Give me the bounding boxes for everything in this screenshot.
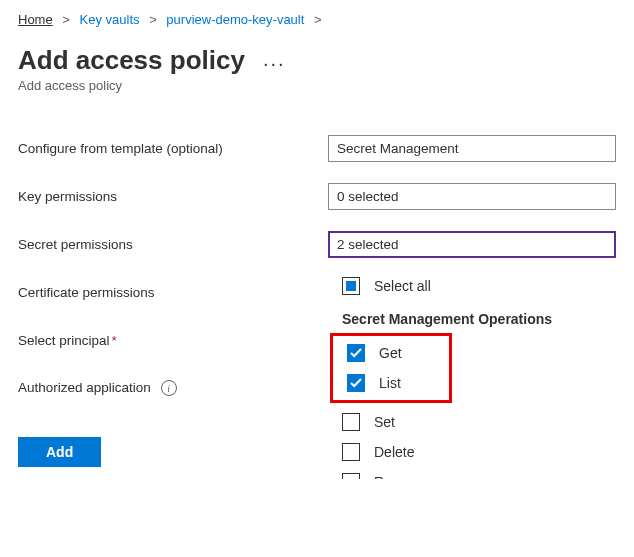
secret-permissions-select[interactable]: 2 selected bbox=[328, 231, 616, 258]
checkbox-unchecked-icon bbox=[342, 443, 360, 461]
option-recover[interactable]: Recover bbox=[328, 467, 634, 479]
option-select-all[interactable]: Select all bbox=[328, 271, 634, 301]
dropdown-group-header: Secret Management Operations bbox=[328, 301, 634, 333]
template-select[interactable]: Secret Management bbox=[328, 135, 616, 162]
option-set[interactable]: Set bbox=[328, 407, 634, 437]
info-icon[interactable]: i bbox=[161, 380, 177, 396]
option-delete[interactable]: Delete bbox=[328, 437, 634, 467]
checkbox-indeterminate-icon bbox=[342, 277, 360, 295]
checkbox-checked-icon bbox=[347, 374, 365, 392]
checkbox-checked-icon bbox=[347, 344, 365, 362]
breadcrumb-home[interactable]: Home bbox=[18, 12, 53, 27]
chevron-right-icon: > bbox=[149, 12, 157, 27]
select-principal-label: Select principal* bbox=[18, 333, 328, 348]
option-list[interactable]: List bbox=[333, 368, 449, 398]
breadcrumb: Home > Key vaults > purview-demo-key-vau… bbox=[18, 12, 616, 27]
key-permissions-select[interactable]: 0 selected bbox=[328, 183, 616, 210]
checkbox-unchecked-icon bbox=[342, 413, 360, 431]
breadcrumb-vaultname[interactable]: purview-demo-key-vault bbox=[166, 12, 304, 27]
template-label: Configure from template (optional) bbox=[18, 141, 328, 156]
certificate-permissions-label: Certificate permissions bbox=[18, 285, 328, 300]
checkbox-unchecked-icon bbox=[342, 473, 360, 479]
more-actions-button[interactable]: ··· bbox=[263, 52, 286, 75]
authorized-application-label: Authorized application i bbox=[18, 380, 328, 397]
add-button[interactable]: Add bbox=[18, 437, 101, 467]
highlight-annotation: Get List bbox=[330, 333, 452, 403]
key-permissions-label: Key permissions bbox=[18, 189, 328, 204]
chevron-right-icon: > bbox=[62, 12, 70, 27]
page-title: Add access policy bbox=[18, 45, 245, 76]
page-subtitle: Add access policy bbox=[18, 78, 616, 93]
breadcrumb-keyvaults[interactable]: Key vaults bbox=[80, 12, 140, 27]
option-get[interactable]: Get bbox=[333, 338, 449, 368]
secret-permissions-label: Secret permissions bbox=[18, 237, 328, 252]
chevron-right-icon: > bbox=[314, 12, 322, 27]
secret-permissions-dropdown: Select all Secret Management Operations … bbox=[328, 265, 634, 479]
